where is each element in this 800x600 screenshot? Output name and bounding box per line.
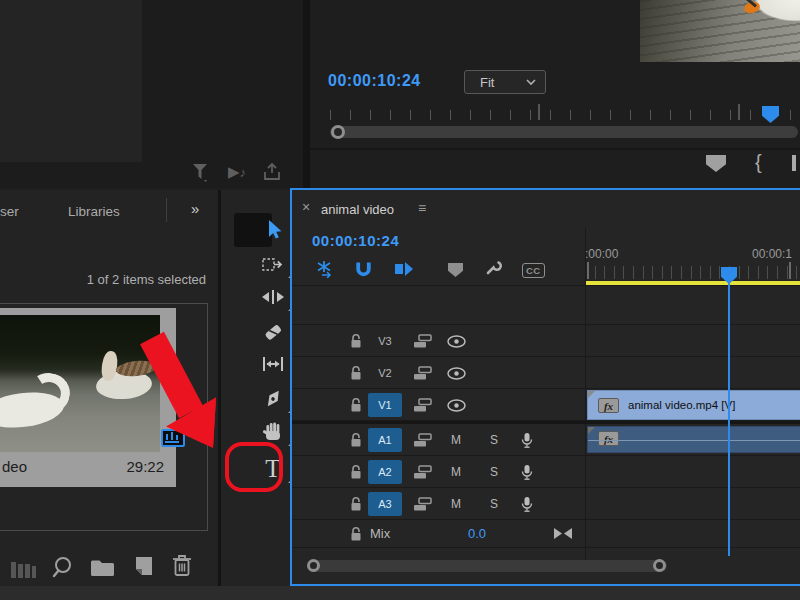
- voiceover-mic-icon[interactable]: [520, 432, 534, 449]
- audio-gain-line[interactable]: [588, 440, 800, 441]
- timeline-marker-icon[interactable]: [448, 263, 463, 277]
- chevron-down-icon: [526, 79, 536, 86]
- add-marker-icon[interactable]: [706, 155, 726, 172]
- mute-button[interactable]: M: [448, 456, 464, 488]
- track-badge[interactable]: A3: [368, 492, 402, 516]
- play-audio-icon[interactable]: ▶♪: [228, 163, 246, 181]
- lock-icon[interactable]: [349, 333, 363, 349]
- track-badge[interactable]: V3: [368, 329, 402, 353]
- keyframe-nav-icon[interactable]: [554, 528, 572, 539]
- lock-icon[interactable]: [349, 464, 363, 480]
- track-badge[interactable]: V2: [368, 361, 402, 385]
- selection-arrow-icon: [262, 219, 284, 241]
- close-panel-icon[interactable]: ×: [302, 199, 310, 215]
- source-patch-icon[interactable]: [413, 433, 432, 448]
- source-patch-icon[interactable]: [413, 465, 432, 480]
- timeline-scrollbar[interactable]: [307, 560, 667, 572]
- mix-value[interactable]: 0.0: [468, 526, 486, 541]
- video-clip-label: animal video.mp4 [V]: [628, 399, 735, 411]
- source-patch-icon[interactable]: [413, 398, 432, 413]
- lock-icon[interactable]: [349, 397, 363, 413]
- scrollbar-handle-right[interactable]: [653, 559, 666, 572]
- track-badge[interactable]: V1: [368, 393, 402, 417]
- timeline-timecode[interactable]: 00:00:10:24: [312, 232, 399, 249]
- nest-sequence-icon[interactable]: [314, 260, 334, 278]
- delete-trash-icon[interactable]: [172, 554, 192, 581]
- monitor-ruler-major-tick: [538, 104, 540, 120]
- track-row-v3: V3: [292, 325, 800, 357]
- track-select-icon: [262, 254, 284, 274]
- tab-browser-partial[interactable]: ser: [0, 204, 19, 219]
- lock-icon[interactable]: [349, 432, 363, 448]
- mute-button[interactable]: M: [448, 488, 464, 520]
- sequence-tab-title[interactable]: animal video: [321, 202, 394, 217]
- voiceover-mic-icon[interactable]: [520, 464, 534, 481]
- timeline-panel: × animal video ≡ 00:00:10:24 CC :00:00 0…: [290, 188, 800, 586]
- track-row-a3: A3 M S: [292, 488, 800, 520]
- track-badge[interactable]: A1: [368, 428, 402, 452]
- panel-menu-icon[interactable]: ≡: [418, 200, 426, 216]
- selection-status: 1 of 2 items selected: [20, 272, 206, 287]
- new-item-icon[interactable]: [134, 556, 154, 581]
- solo-button[interactable]: S: [486, 488, 502, 520]
- fx-badge[interactable]: fx: [598, 398, 619, 413]
- program-monitor: 00:00:10:24 Fit {: [310, 0, 800, 188]
- snap-magnet-icon[interactable]: [354, 261, 373, 278]
- track-badge[interactable]: A2: [368, 460, 402, 484]
- lock-icon[interactable]: [349, 526, 363, 542]
- track-row-v2: V2: [292, 357, 800, 389]
- zoom-level-dropdown[interactable]: Fit: [464, 70, 546, 94]
- fx-badge[interactable]: fx: [598, 431, 619, 446]
- ruler-label-start: :00:00: [585, 247, 618, 261]
- timeline-ruler[interactable]: [585, 266, 800, 279]
- linked-selection-icon[interactable]: [394, 260, 414, 278]
- audio-clip[interactable]: fx: [587, 426, 800, 453]
- solo-button[interactable]: S: [486, 456, 502, 488]
- source-patch-icon[interactable]: [413, 334, 432, 349]
- solo-button[interactable]: S: [486, 424, 502, 456]
- video-clip[interactable]: fx animal video.mp4 [V]: [587, 390, 800, 420]
- lock-icon[interactable]: [349, 365, 363, 381]
- ruler-label-next: 00:00:1: [752, 247, 792, 261]
- bird-neck-line: [729, 0, 757, 8]
- clip-name-partial: deo: [2, 458, 27, 475]
- toggle-track-output-eye-icon[interactable]: [447, 399, 466, 412]
- voiceover-mic-icon[interactable]: [520, 496, 534, 513]
- scrollbar-handle-left[interactable]: [307, 559, 320, 572]
- toggle-track-output-eye-icon[interactable]: [447, 335, 466, 348]
- premiere-workspace: ▶♪ 00:00:10:24 Fit { ser: [0, 0, 800, 600]
- ruler-major-tick: [587, 262, 589, 279]
- new-bin-folder-icon[interactable]: [90, 558, 116, 582]
- source-patch-icon[interactable]: [413, 366, 432, 381]
- monitor-playhead[interactable]: [762, 106, 779, 123]
- upper-left-panel: ▶♪: [0, 0, 303, 188]
- mix-label: Mix: [370, 526, 390, 541]
- source-patch-icon[interactable]: [413, 497, 432, 512]
- timeline-playhead-line[interactable]: [728, 283, 730, 556]
- panel-content-area: [0, 0, 142, 162]
- window-bottom-strip: [0, 586, 800, 600]
- search-icon[interactable]: [52, 556, 76, 584]
- tab-libraries[interactable]: Libraries: [68, 204, 120, 219]
- toggle-track-output-eye-icon[interactable]: [447, 367, 466, 380]
- clipped-icon[interactable]: [792, 155, 796, 171]
- monitor-scrubber-handle[interactable]: [331, 125, 345, 139]
- view-toggle-icon[interactable]: [10, 558, 40, 586]
- panel-overflow-button[interactable]: »: [191, 200, 198, 217]
- mark-in-icon[interactable]: {: [755, 151, 762, 174]
- monitor-separator: [310, 148, 800, 150]
- lock-icon[interactable]: [349, 496, 363, 512]
- program-video-frame[interactable]: [640, 0, 800, 62]
- program-timecode[interactable]: 00:00:10:24: [328, 72, 421, 90]
- monitor-ruler[interactable]: [330, 110, 798, 120]
- captions-cc-icon[interactable]: CC: [522, 263, 545, 278]
- monitor-scrubber[interactable]: [330, 126, 798, 138]
- mute-button[interactable]: M: [448, 424, 464, 456]
- timeline-settings-wrench-icon[interactable]: [484, 259, 503, 278]
- monitor-ruler-major-tick: [738, 104, 740, 120]
- tab-separator: [166, 198, 167, 222]
- filter-icon[interactable]: [192, 163, 209, 187]
- separator: [292, 285, 800, 286]
- mix-row: Mix 0.0: [292, 520, 800, 548]
- export-icon[interactable]: [261, 162, 281, 186]
